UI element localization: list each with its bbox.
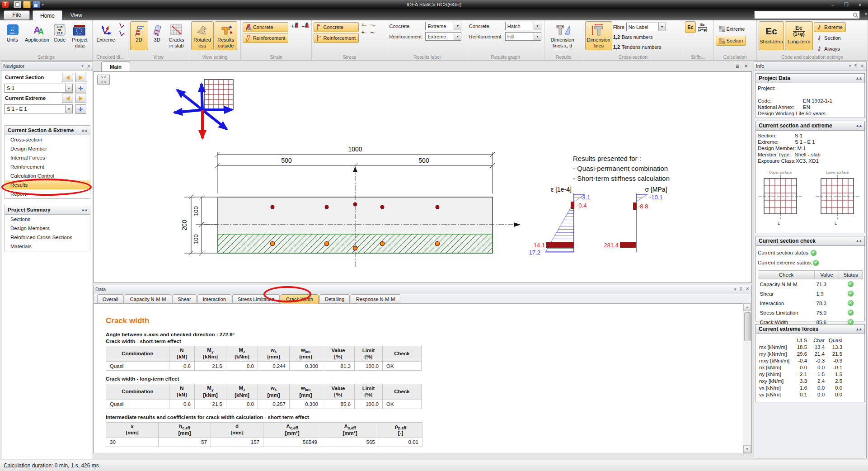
short-term-button[interactable]: Ec Short-term [759,21,784,50]
project-data-header[interactable]: Project Data▲▲ [755,73,865,83]
next-section-button[interactable] [75,73,86,82]
sidebar-item-internal-forces[interactable]: Internal Forces [5,153,90,162]
strain-reinforcement-button[interactable]: Reinforcement [243,33,289,43]
tab-main[interactable]: Main [101,61,130,72]
sidebar-item-design-members[interactable]: Design Members [5,224,90,233]
current-extreme-forces-header[interactable]: Current extreme forces▲▲ [755,324,865,334]
units-button[interactable]: mkNMPa Units [2,21,23,50]
scrollbar-thumb[interactable] [744,312,751,341]
prev-extreme-button[interactable] [62,94,73,103]
sidebar-item-results[interactable]: Results [5,180,90,189]
collapse-icon[interactable]: ▲▲ [855,327,862,331]
stress-plus-top-icon[interactable]: +⌐ [361,22,367,28]
application-button[interactable]: AA Application [24,21,50,50]
stress-concrete-button[interactable]: Concrete [314,22,359,32]
stress-reinforcement-button[interactable]: Reinforcement [314,33,359,43]
stress-plus-bottom-icon[interactable]: +⌐ [361,29,367,35]
search-box[interactable] [754,11,860,19]
tab-response-nmm[interactable]: Response N-M-M [351,294,400,304]
project-data-button[interactable]: Project data [69,21,90,50]
panel-menu-icon[interactable]: ▾ [849,64,851,68]
collapse-icon[interactable]: ▲▲ [855,76,862,80]
view-2d-button[interactable]: 2D [130,21,148,50]
sidebar-item-materials[interactable]: Materials [5,242,90,251]
tab-detailing[interactable]: Detailing [319,294,350,304]
chevron-down-icon[interactable]: ▼ [658,23,666,31]
section-extreme-group-header[interactable]: Current Section & Extreme▲▲ [5,126,90,135]
tab-home[interactable]: Home [33,10,62,21]
current-section-select[interactable]: S 1▼ [4,84,73,93]
add-section-button[interactable]: ✛ [75,84,86,93]
code-button[interactable]: 1,159025.8 Code [51,21,68,50]
chevron-down-icon[interactable]: ▼ [534,22,541,30]
results-outside-button[interactable]: Results outside [215,21,237,50]
close-button[interactable]: × [854,1,866,8]
panel-menu-icon[interactable]: ▾ [734,287,737,292]
fibre-select[interactable]: No Label▼ [626,23,666,31]
pin-icon[interactable]: ⊼ [854,64,857,68]
direction-plus-icon[interactable] [118,22,125,29]
vertical-scrollbar[interactable]: ▲ ▼ [743,303,751,453]
dimension-lines-xd-button[interactable]: Dimension lines x, d [546,21,579,50]
collapse-icon[interactable]: ▲▲ [81,128,87,132]
extreme-direction-button[interactable]: Extreme [94,21,117,50]
maximize-button[interactable]: ❐ [840,1,853,8]
sidebar-item-reinforcement[interactable]: Reinforcement [5,162,90,171]
chevron-down-icon[interactable]: ▼ [65,84,72,92]
tab-shear[interactable]: Shear [172,294,196,304]
stiffness-ec-button[interactable]: Ec [685,21,695,33]
tab-capacity-nmm[interactable]: Capacity N-M-M [125,294,171,304]
calc-section-button[interactable]: Section [716,36,746,46]
settings-extreme-button[interactable]: Extreme [814,22,846,32]
tab-stress-limitation[interactable]: Stress Limitation [232,294,280,304]
drawing-canvas[interactable]: ↖↗↙↘ [93,71,752,283]
add-extreme-button[interactable]: ✛ [75,104,86,114]
results-label-reinforcement-select[interactable]: Extreme▼ [425,32,461,41]
collapse-icon[interactable]: ▲▲ [855,123,862,128]
bars-numbers-toggle[interactable]: 1,2Bars numbers [613,32,666,42]
expand-view-icon[interactable]: ↖↗↙↘ [97,75,110,85]
settings-always-button[interactable]: Always [814,44,846,54]
tab-crack-width[interactable]: Crack Width [281,294,319,304]
tab-interaction[interactable]: Interaction [197,294,231,304]
rotated-css-button[interactable]: Rotated css [191,21,214,50]
collapse-icon[interactable]: ▲▲ [855,239,862,243]
prev-section-button[interactable] [62,73,73,82]
strain-minus-icon[interactable]: − [301,22,309,29]
pin-icon[interactable]: ⊼ [739,287,742,292]
sidebar-item-cross-section[interactable]: Cross-section [5,135,90,144]
sidebar-item-sections[interactable]: Sections [5,215,90,224]
strain-plus-icon[interactable]: + [291,22,299,29]
chevron-down-icon[interactable]: ▼ [454,22,461,30]
panel-menu-icon[interactable]: ▾ [81,64,84,68]
current-extreme-select[interactable]: S 1 - E 1▼ [4,104,73,113]
minimize-button[interactable]: – [826,1,839,8]
sidebar-item-reinforced-cross-sections[interactable]: Reinforced Cross-Sections [5,233,90,242]
tendons-numbers-toggle[interactable]: 1,2Tendons numbers [613,42,666,52]
dock-menu-icon[interactable]: ≣ [736,63,740,69]
scroll-down-icon[interactable]: ▼ [743,445,751,453]
chevron-down-icon[interactable]: ▼ [534,33,541,40]
stiffness-ec-phi-button[interactable]: Ec(1+φ) [697,21,708,33]
dimension-lines-button[interactable]: Dimension lines [585,21,612,50]
sidebar-item-report[interactable]: Report [5,189,90,198]
stress-minus-bottom-icon[interactable]: −⌐ [371,29,376,35]
settings-section-button[interactable]: Section [814,33,846,43]
chevron-down-icon[interactable]: ▼ [454,33,461,40]
project-summary-group-header[interactable]: Project Summary▲▲ [5,205,90,215]
close-view-icon[interactable]: ✕ [744,63,748,69]
results-label-concrete-select[interactable]: Extreme▼ [425,22,461,30]
collapse-icon[interactable]: ▲▲ [81,207,87,212]
long-term-button[interactable]: Ec(1+φ) Long-term [785,21,813,50]
panel-close-icon[interactable]: ✕ [87,63,91,69]
chevron-down-icon[interactable]: ▼ [65,105,72,113]
next-extreme-button[interactable] [75,94,86,103]
tab-overall[interactable]: Overall [97,294,124,304]
search-input[interactable] [755,12,853,18]
tab-file[interactable]: File [4,10,30,20]
current-section-check-header[interactable]: Current section check▲▲ [755,236,865,246]
view-3d-button[interactable]: 3D [149,21,165,50]
scroll-up-icon[interactable]: ▲ [743,303,751,311]
current-section-extreme-header[interactable]: Current section and extreme▲▲ [755,121,865,131]
tab-view[interactable]: View [63,10,89,20]
